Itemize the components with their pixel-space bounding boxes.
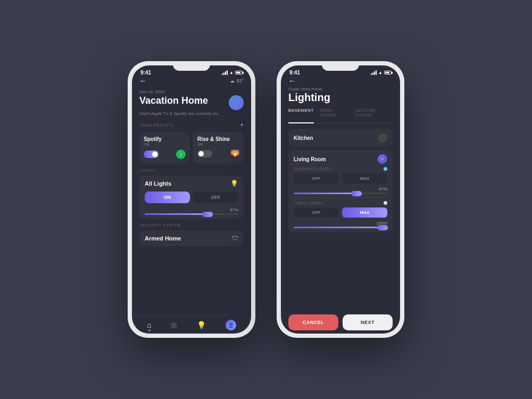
- lights-section: LIGHTS All Lights 💡 ON OFF 67%: [139, 169, 244, 219]
- phone-1-screen: 9:41 ▲ ← ☁ 82°: [132, 65, 251, 334]
- presets-row: Spotify ON ♪ Rise & Shine ON: [139, 132, 244, 163]
- pendant-max-button[interactable]: MAX: [342, 173, 387, 184]
- preset-spotify-toggle[interactable]: [144, 151, 159, 158]
- nav-lights-icon: 💡: [197, 321, 206, 329]
- pendant-percentage: 67%: [294, 187, 387, 192]
- phone-1-content: ← ☁ 82° Dec 12, 2020 Vacation Home Dad's…: [132, 77, 251, 315]
- table-slider-fill: [294, 227, 387, 228]
- lr-header: Living Room ✓: [294, 154, 387, 164]
- next-button[interactable]: NEXT: [343, 314, 393, 330]
- pendant-slider-thumb[interactable]: [351, 191, 362, 196]
- phone-2: 9:41 ▲ ← Create Home Preset L: [277, 61, 404, 338]
- back-button-2[interactable]: ←: [288, 77, 296, 85]
- preset-rise-bottom: 🌄: [197, 149, 239, 158]
- pendant-slider-fill: [294, 193, 356, 194]
- p2-nav: ←: [288, 77, 393, 85]
- lights-on-off-row: ON OFF: [145, 192, 238, 203]
- shield-icon: 🛡: [232, 235, 238, 242]
- table-slider-track[interactable]: [294, 227, 387, 228]
- pendant-off-max-row: OFF MAX: [294, 173, 387, 184]
- status-time-2: 9:41: [289, 70, 300, 76]
- home-title-text: Vacation Home: [139, 95, 208, 106]
- kitchen-name: Kitchen: [294, 135, 313, 141]
- status-time-1: 9:41: [140, 70, 151, 76]
- signal-icon-1: [222, 70, 228, 75]
- security-header: SECURITY SYSTEM: [139, 223, 244, 227]
- lights-label: LIGHTS: [139, 169, 155, 172]
- lights-slider-row: 67%: [145, 207, 238, 215]
- status-icons-2: ▲: [371, 70, 392, 75]
- lights-slider-track[interactable]: [145, 213, 238, 215]
- lights-slider-fill: [145, 213, 207, 215]
- preset-spotify-icon: ♪: [176, 149, 186, 159]
- security-title: Armed Home: [145, 235, 181, 242]
- tab-main-floor[interactable]: MAIN FLOOR: [320, 108, 349, 120]
- nav-home-icon: ⌂: [147, 321, 151, 329]
- pendant-off-button[interactable]: OFF: [294, 173, 339, 184]
- nav-grid[interactable]: ⊞: [171, 321, 177, 329]
- home-avatar: [229, 95, 244, 110]
- table-slider-thumb[interactable]: [377, 225, 388, 230]
- table-max-button[interactable]: MAX: [342, 207, 387, 218]
- lights-off-button[interactable]: OFF: [193, 192, 238, 203]
- preset-spotify-name: Spotify: [144, 136, 186, 142]
- preset-rise-name: Rise & Shine: [197, 136, 239, 142]
- security-label: SECURITY SYSTEM: [139, 223, 181, 227]
- preset-spotify-status: ON: [144, 143, 186, 146]
- preset-rise-icon: 🌄: [230, 149, 239, 158]
- pendant-slider-row: 67%: [294, 187, 387, 194]
- preset-rise-toggle[interactable]: [197, 150, 212, 157]
- table-off-max-row: OFF MAX: [294, 207, 387, 218]
- nav-active-dot: [148, 329, 151, 331]
- lights-card-header: All Lights 💡: [145, 180, 238, 187]
- tab-basement[interactable]: BASEMENT: [288, 108, 314, 123]
- wifi-icon-1: ▲: [229, 70, 234, 75]
- table-lamps-dot: [384, 201, 387, 205]
- pendant-lights-label: PENDANT LIGHTS: [294, 167, 387, 171]
- security-card: Armed Home 🛡: [139, 230, 244, 246]
- weather-icon: ☁: [230, 78, 235, 84]
- tab-second-floor[interactable]: SECOND FLOOR: [355, 108, 393, 120]
- lights-card: All Lights 💡 ON OFF 67%: [139, 176, 244, 219]
- notch-1: [173, 61, 210, 71]
- back-button-1[interactable]: ←: [139, 77, 147, 85]
- cancel-button[interactable]: CANCEL: [288, 314, 338, 330]
- lights-slider-thumb[interactable]: [202, 212, 213, 217]
- bottom-buttons: CANCEL NEXT: [281, 310, 400, 334]
- light-bulb-icon: 💡: [230, 180, 238, 187]
- preset-rise-status: ON: [197, 143, 239, 146]
- kitchen-row: Kitchen: [288, 129, 393, 147]
- temperature-label: 82°: [236, 78, 244, 84]
- nav-profile[interactable]: 👤: [226, 320, 236, 330]
- add-preset-button[interactable]: +: [240, 121, 244, 129]
- preset-spotify: Spotify ON ♪: [139, 132, 190, 163]
- lights-on-button[interactable]: ON: [145, 192, 190, 203]
- lr-check-icon[interactable]: ✓: [378, 154, 387, 164]
- status-icons-1: ▲: [222, 70, 243, 75]
- phone-2-screen: 9:41 ▲ ← Create Home Preset L: [281, 65, 400, 334]
- kitchen-toggle[interactable]: [378, 133, 387, 143]
- signal-icon-2: [371, 70, 377, 75]
- nav-lights[interactable]: 💡: [197, 321, 206, 329]
- create-preset-label: Create Home Preset: [288, 87, 393, 91]
- presets-label: HOME PRESETS: [139, 123, 174, 127]
- table-off-button[interactable]: OFF: [294, 207, 339, 218]
- nav-row-1: ← ☁ 82°: [139, 77, 244, 85]
- battery-icon-1: [235, 71, 243, 74]
- lights-percentage: 67%: [145, 207, 238, 212]
- lr-title: Living Room: [294, 156, 326, 162]
- home-subtitle: Dad's Apple TV & Spotify are currently o…: [139, 111, 244, 116]
- notch-2: [322, 61, 359, 71]
- living-room-section: Living Room ✓ PENDANT LIGHTS OFF MAX 67%: [288, 150, 393, 232]
- lights-header: LIGHTS: [139, 169, 244, 172]
- lights-title: All Lights: [145, 180, 171, 187]
- table-lamps-label: TABLE LAMPS: [294, 201, 387, 205]
- nav-home[interactable]: ⌂: [147, 321, 151, 329]
- bottom-nav-1: ⌂ ⊞ 💡 👤: [132, 315, 251, 334]
- phone-1: 9:41 ▲ ← ☁ 82°: [128, 61, 255, 338]
- phone-2-content: ← Create Home Preset Lighting BASEMENT M…: [281, 77, 400, 310]
- divider: [294, 197, 387, 198]
- pendant-slider-track[interactable]: [294, 193, 387, 194]
- presets-header: HOME PRESETS +: [139, 121, 244, 129]
- date-label: Dec 12, 2020: [139, 89, 244, 94]
